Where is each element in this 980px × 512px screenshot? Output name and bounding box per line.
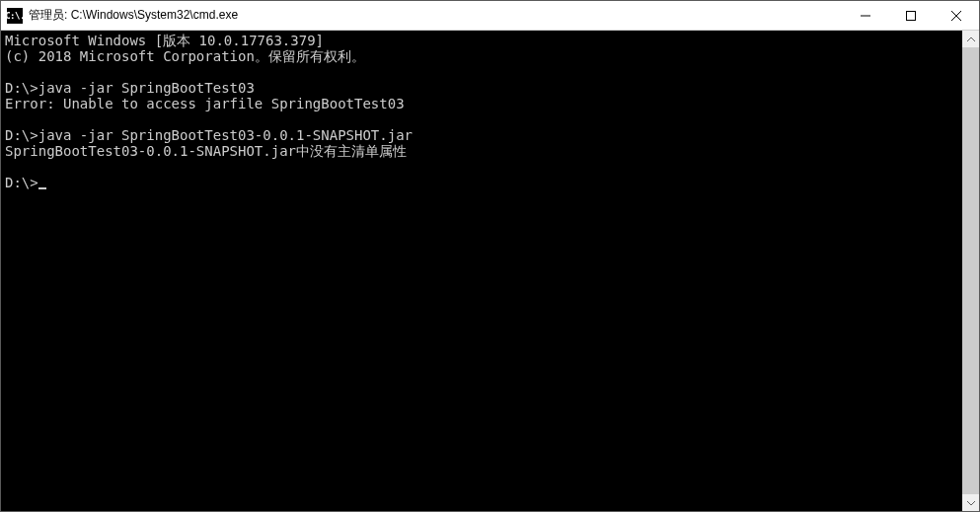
console-prompt[interactable]: D:\> xyxy=(5,175,958,190)
minimize-button[interactable] xyxy=(843,1,888,30)
console-line xyxy=(5,64,958,80)
close-icon xyxy=(951,11,961,21)
maximize-button[interactable] xyxy=(888,1,934,30)
close-button[interactable] xyxy=(934,1,979,30)
scroll-track[interactable] xyxy=(962,47,979,494)
maximize-icon xyxy=(906,11,916,21)
scroll-up-button[interactable] xyxy=(962,31,979,47)
cmd-window: C:\. 管理员: C:\Windows\System32\cmd.exe Mi… xyxy=(0,0,980,512)
console-body: Microsoft Windows [版本 10.0.17763.379](c)… xyxy=(1,31,979,511)
console-line: D:\>java -jar SpringBootTest03-0.0.1-SNA… xyxy=(5,127,958,143)
cmd-icon: C:\. xyxy=(7,8,23,24)
prompt-text: D:\> xyxy=(5,175,38,190)
window-controls xyxy=(843,1,979,30)
vertical-scrollbar[interactable] xyxy=(962,31,979,511)
svg-rect-1 xyxy=(907,11,916,20)
console-line xyxy=(5,111,958,127)
console-line xyxy=(5,159,958,175)
scroll-down-button[interactable] xyxy=(962,494,979,511)
console-line: SpringBootTest03-0.0.1-SNAPSHOT.jar中没有主清… xyxy=(5,143,958,159)
console-line: Error: Unable to access jarfile SpringBo… xyxy=(5,96,958,111)
console-output[interactable]: Microsoft Windows [版本 10.0.17763.379](c)… xyxy=(1,31,962,511)
scroll-thumb[interactable] xyxy=(962,47,979,494)
minimize-icon xyxy=(861,11,870,21)
window-title: 管理员: C:\Windows\System32\cmd.exe xyxy=(29,7,843,24)
console-line: Microsoft Windows [版本 10.0.17763.379] xyxy=(5,33,958,48)
chevron-down-icon xyxy=(967,499,975,507)
chevron-up-icon xyxy=(967,36,975,43)
cursor xyxy=(38,187,46,189)
titlebar: C:\. 管理员: C:\Windows\System32\cmd.exe xyxy=(1,1,979,31)
console-line: (c) 2018 Microsoft Corporation。保留所有权利。 xyxy=(5,48,958,64)
console-line: D:\>java -jar SpringBootTest03 xyxy=(5,80,958,96)
